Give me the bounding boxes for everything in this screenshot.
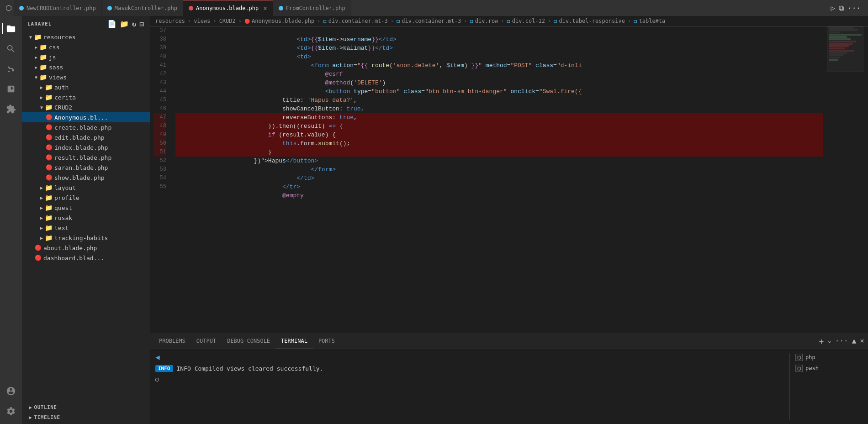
- sidebar-header-icons: 📄 📁 ↻ ⊟: [107, 20, 144, 28]
- folder-open-icon-crud2: 📁: [45, 104, 53, 111]
- chevron-right-icon-layout: ▶: [40, 185, 43, 190]
- tree-sass[interactable]: ▶ 📁 sass: [22, 62, 150, 72]
- tree-saran-blade[interactable]: 🔴 saran.blade.php: [22, 162, 150, 173]
- folder-icon-tracking: 📁: [45, 234, 53, 241]
- search-activity-item[interactable]: [2, 40, 20, 58]
- tree-views[interactable]: ▼ 📁 views: [22, 72, 150, 82]
- tree-profile[interactable]: ▶ 📁 profile: [22, 193, 150, 203]
- tree-rusak[interactable]: ▶ 📁 rusak: [22, 213, 150, 223]
- terminal-output-line: INFO INFO Compiled views cleared success…: [155, 365, 789, 372]
- editor-scrollbar[interactable]: [863, 26, 868, 333]
- panel-tab-problems[interactable]: PROBLEMS: [153, 333, 191, 349]
- tree-result-blade[interactable]: 🔴 result.blade.php: [22, 152, 150, 162]
- tree-quest[interactable]: ▶ 📁 quest: [22, 203, 150, 213]
- tree-resources[interactable]: ▼ 📁 resources: [22, 32, 150, 42]
- outline-section-header[interactable]: ▶ OUTLINE: [26, 402, 146, 412]
- sidebar: LARAVEL 📄 📁 ↻ ⊟ ▼ 📁 resources ▶: [22, 16, 150, 424]
- add-terminal-icon[interactable]: +: [819, 336, 824, 346]
- chevron-down-icon: ▼: [29, 35, 32, 40]
- explorer-activity-item[interactable]: [2, 20, 20, 38]
- panel-tab-output[interactable]: OUTPUT: [191, 333, 222, 349]
- php-icon-2: [107, 6, 112, 10]
- tab-from[interactable]: FromController.php: [273, 0, 351, 16]
- sidebar-footer: ▶ OUTLINE ▶ TIMELINE: [22, 400, 150, 424]
- panel-tabs: PROBLEMS OUTPUT DEBUG CONSOLE TERMINAL P: [150, 333, 868, 349]
- tab-close-button[interactable]: ×: [263, 5, 267, 12]
- collapse-all-icon[interactable]: ⊟: [139, 20, 144, 28]
- tree-about-blade[interactable]: 🔴 about.blade.php: [22, 243, 150, 253]
- php-icon: [19, 6, 24, 10]
- activity-bar: [0, 16, 22, 424]
- tree-crud2[interactable]: ▼ 📁 CRUD2: [22, 102, 150, 112]
- tab-masuk[interactable]: MasukController.php: [102, 0, 183, 16]
- tree-css[interactable]: ▶ 📁 css: [22, 42, 150, 52]
- code-line-51: })">Hapus</button>: [175, 148, 823, 157]
- tabs-bar: NewCRUDController.php MasukController.ph…: [14, 0, 831, 16]
- tree-create-blade[interactable]: 🔴 create.blade.php: [22, 122, 150, 132]
- tree-layout[interactable]: ▶ 📁 layout: [22, 183, 150, 193]
- split-editor-icon[interactable]: ⧉: [839, 4, 844, 12]
- panel-tab-ports[interactable]: PORTS: [313, 333, 340, 349]
- blade-file-icon-about: 🔴: [35, 245, 42, 251]
- tree-js[interactable]: ▶ 📁 js: [22, 52, 150, 62]
- folder-icon-quest: 📁: [45, 204, 53, 211]
- tree-text[interactable]: ▶ 📁 text: [22, 223, 150, 233]
- terminal-icon-pwsh: ⬡: [795, 365, 803, 372]
- terminal-php-item[interactable]: ⬡ php: [794, 353, 863, 362]
- folder-icon-css: 📁: [39, 43, 47, 51]
- blade-file-icon-result: 🔴: [46, 154, 53, 161]
- account-activity-item[interactable]: [2, 382, 20, 400]
- panel-tab-terminal[interactable]: TERMINAL: [275, 333, 313, 349]
- tree-cerita[interactable]: ▶ 📁 cerita: [22, 92, 150, 102]
- blade-breadcrumb-icon: 🔴: [244, 19, 250, 24]
- folder-icon-layout: 📁: [45, 184, 53, 191]
- more-actions-icon[interactable]: ···: [847, 4, 861, 12]
- settings-activity-item[interactable]: [2, 402, 20, 420]
- blade-file-icon-edit: 🔴: [46, 134, 53, 141]
- tree-dashboard-blade[interactable]: 🔴 dashboard.blad...: [22, 253, 150, 263]
- folder-icon-sass: 📁: [39, 63, 47, 71]
- run-icon[interactable]: ▷: [831, 4, 835, 12]
- sidebar-tree: ▼ 📁 resources ▶ 📁 css ▶ 📁 js: [22, 32, 150, 400]
- tree-anonymous-blade[interactable]: 🔴 Anonymous.bl...: [22, 112, 150, 122]
- chevron-down-icon-crud2: ▼: [40, 105, 43, 110]
- terminal-pwsh-item[interactable]: ⬡ pwsh: [794, 364, 863, 373]
- refresh-icon[interactable]: ↻: [132, 20, 137, 28]
- chevron-right-icon-sass: ▶: [35, 65, 37, 70]
- chevron-right-icon-rusak: ▶: [40, 215, 43, 220]
- maximize-panel-icon[interactable]: ▲: [852, 336, 857, 346]
- tree-show-blade[interactable]: 🔴 show.blade.php: [22, 173, 150, 183]
- sidebar-header: LARAVEL 📄 📁 ↻ ⊟: [22, 16, 150, 32]
- chevron-right-icon-auth: ▶: [40, 85, 43, 90]
- terminal-main: ◀ INFO INFO Compiled views cleared succe…: [155, 353, 789, 420]
- source-control-activity-item[interactable]: [2, 60, 20, 78]
- tab-actions: ▷ ⧉ ···: [831, 4, 864, 12]
- chevron-right-icon-profile: ▶: [40, 195, 43, 200]
- chevron-right-icon: ▶: [35, 45, 37, 50]
- breadcrumb-folder-icon-1: ◻: [323, 18, 327, 24]
- close-panel-icon[interactable]: ×: [860, 336, 864, 346]
- code-editor[interactable]: 37 38 39 40 41 42 43 44 45 46 47 48 49 5…: [150, 26, 868, 333]
- chevron-down-icon-views: ▼: [35, 75, 37, 80]
- tree-auth[interactable]: ▶ 📁 auth: [22, 82, 150, 92]
- chevron-right-icon-tracking: ▶: [40, 236, 43, 241]
- tree-tracking-habits[interactable]: ▶ 📁 tracking-habits: [22, 233, 150, 243]
- tab-newcrud[interactable]: NewCRUDController.php: [14, 0, 102, 16]
- more-terminal-icon[interactable]: ···: [835, 336, 848, 346]
- run-activity-item[interactable]: [2, 80, 20, 98]
- tree-index-blade[interactable]: 🔴 index.blade.php: [22, 142, 150, 152]
- split-terminal-icon[interactable]: ⌄: [827, 336, 831, 346]
- code-content[interactable]: <td>{{$item->username}}</td> <td>{{$item…: [172, 26, 827, 333]
- info-badge: INFO: [155, 365, 173, 372]
- panel-tab-debug[interactable]: DEBUG CONSOLE: [222, 333, 275, 349]
- tab-anonymous[interactable]: Anonymous.blade.php ×: [183, 0, 273, 16]
- extensions-activity-item[interactable]: [2, 100, 20, 118]
- new-folder-icon[interactable]: 📁: [120, 20, 129, 28]
- new-file-icon[interactable]: 📄: [107, 20, 117, 28]
- chevron-right-icon-quest: ▶: [40, 205, 43, 210]
- terminal-collapse-arrow[interactable]: ◀: [155, 353, 160, 361]
- tree-edit-blade[interactable]: 🔴 edit.blade.php: [22, 132, 150, 142]
- chevron-right-icon-cerita: ▶: [40, 95, 43, 100]
- vscode-logo: ⬡: [4, 3, 14, 13]
- timeline-section-header[interactable]: ▶ TIMELINE: [26, 412, 146, 422]
